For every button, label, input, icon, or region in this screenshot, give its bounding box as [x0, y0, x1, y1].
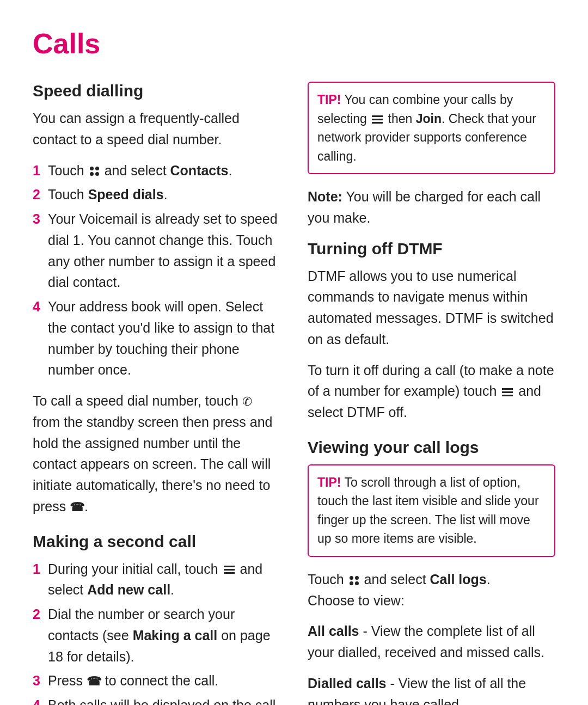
menu-icon-1: [224, 566, 235, 574]
second-step-1-text: During your initial call, touch and sele…: [48, 559, 280, 601]
call-logs-section: Viewing your call logs TIP! To scroll th…: [308, 438, 555, 705]
tip-label-top: TIP!: [317, 93, 341, 107]
note-text: Note: You will be charged for each call …: [308, 186, 555, 229]
step-num-4: 4: [33, 296, 44, 381]
right-column: TIP! You can combine your calls by selec…: [308, 82, 555, 705]
call-logs-all: All calls - View the complete list of al…: [308, 621, 555, 663]
second-step-num-2: 2: [33, 604, 44, 667]
second-step-num-3: 3: [33, 670, 44, 691]
speed-dialling-steps: 1 Touch and select Contacts.: [33, 160, 280, 381]
left-column: Speed dialling You can assign a frequent…: [33, 82, 280, 705]
phone-connect-icon: ☎: [87, 675, 101, 689]
tip-text-call-logs: To scroll through a list of option, touc…: [317, 475, 539, 546]
second-step-2-text: Dial the number or search your contacts …: [48, 604, 280, 667]
call-logs-intro: Touch and select Call logs. Choose to vi…: [308, 569, 555, 611]
step-3: 3 Your Voicemail is already set to speed…: [33, 209, 280, 293]
dtmf-para2: To turn it off during a call (to make a …: [308, 360, 555, 423]
second-step-num-4: 4: [33, 695, 44, 705]
second-step-2: 2 Dial the number or search your contact…: [33, 604, 280, 667]
second-call-steps: 1 During your initial call, touch and se…: [33, 559, 280, 706]
second-step-3: 3 Press ☎ to connect the call.: [33, 670, 280, 691]
phone-receiver-icon: ✆: [242, 395, 252, 408]
second-step-4-text: Both calls will be displayed on the call…: [48, 695, 280, 705]
second-step-4: 4 Both calls will be displayed on the ca…: [33, 695, 280, 705]
tip-text-top: You can combine your calls by selecting …: [317, 93, 536, 163]
second-step-3-text: Press ☎ to connect the call.: [48, 670, 218, 691]
step-4: 4 Your address book will open. Select th…: [33, 296, 280, 381]
speed-dialling-callout: To call a speed dial number, touch ✆ fro…: [33, 390, 280, 517]
tip-label-call-logs: TIP!: [317, 475, 341, 489]
speed-dialling-title: Speed dialling: [33, 82, 280, 100]
making-second-call-section: Making a second call 1 During your initi…: [33, 532, 280, 706]
menu-icon-tip: [372, 115, 383, 124]
step-2-text: Touch Speed dials.: [48, 184, 168, 205]
making-second-call-title: Making a second call: [33, 532, 280, 551]
dots-icon-logs: [350, 576, 359, 585]
step-num-1: 1: [33, 160, 44, 181]
speed-dialling-intro: You can assign a frequently-called conta…: [33, 108, 280, 150]
call-logs-dialled: Dialled calls - View the list of all the…: [308, 673, 555, 705]
dtmf-para1: DTMF allows you to use numerical command…: [308, 266, 555, 350]
step-2: 2 Touch Speed dials.: [33, 184, 280, 205]
speed-dialling-section: Speed dialling You can assign a frequent…: [33, 82, 280, 517]
dtmf-section: Turning off DTMF DTMF allows you to use …: [308, 240, 555, 423]
step-num-2: 2: [33, 184, 44, 205]
step-1-text: Touch and select Contacts.: [48, 160, 232, 181]
dtmf-title: Turning off DTMF: [308, 240, 555, 258]
contacts-icon-1: [88, 163, 105, 178]
step-4-text: Your address book will open. Select the …: [48, 296, 280, 381]
second-step-1: 1 During your initial call, touch and se…: [33, 559, 280, 601]
step-1: 1 Touch and select Contacts.: [33, 160, 280, 181]
menu-icon-dtmf: [502, 388, 513, 396]
tip-box-top: TIP! You can combine your calls by selec…: [308, 82, 555, 174]
call-logs-title: Viewing your call logs: [308, 438, 555, 457]
note-label: Note:: [308, 189, 342, 204]
step-num-3: 3: [33, 209, 44, 293]
step-3-text: Your Voicemail is already set to speed d…: [48, 209, 280, 293]
two-column-layout: Speed dialling You can assign a frequent…: [33, 82, 555, 705]
dots-icon: [90, 167, 99, 176]
page-container: Calls Speed dialling You can assign a fr…: [0, 0, 588, 705]
second-step-num-1: 1: [33, 559, 44, 601]
phone-end-icon: ☎: [70, 500, 84, 514]
page-title: Calls: [33, 27, 555, 60]
tip-box-call-logs: TIP! To scroll through a list of option,…: [308, 464, 555, 557]
